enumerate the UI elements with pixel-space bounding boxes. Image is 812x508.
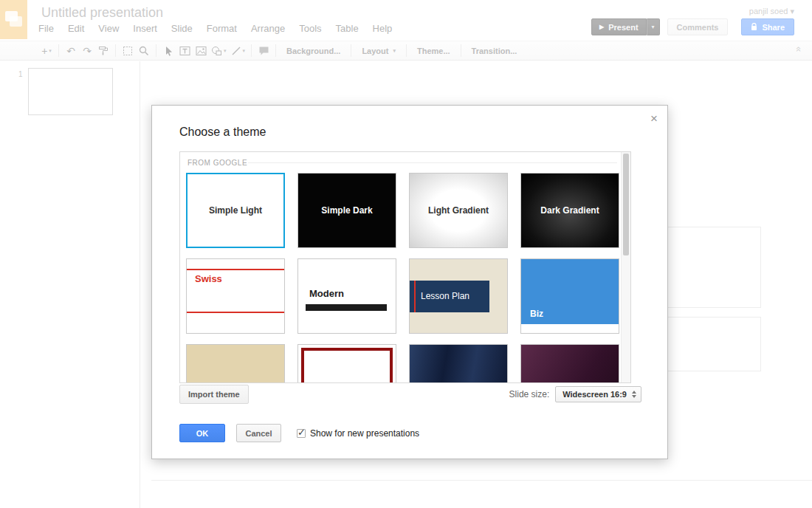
- show-for-new-presentations-option[interactable]: ✓ Show for new presentations: [297, 428, 419, 439]
- slide-size-select[interactable]: Widescreen 16:9: [555, 386, 641, 402]
- theme-card-modern[interactable]: Modern: [297, 258, 396, 334]
- theme-card-simple-dark[interactable]: Simple Dark: [297, 173, 396, 248]
- theme-card-light-gradient[interactable]: Light Gradient: [409, 173, 508, 248]
- cancel-button[interactable]: Cancel: [236, 424, 281, 442]
- swiss-accent-line: [187, 312, 284, 313]
- theme-card-lesson-plan[interactable]: Lesson Plan: [409, 258, 508, 334]
- theme-card-swiss[interactable]: Swiss: [186, 258, 285, 334]
- spinner-icon: [632, 391, 636, 398]
- theme-card-simple-light[interactable]: Simple Light: [186, 173, 285, 248]
- theme-card-partial-1[interactable]: [186, 344, 285, 383]
- lesson-plan-stripe: [414, 281, 416, 312]
- google-slides-app: Untitled presentation panjil soed ▾ File…: [0, 0, 812, 508]
- section-label: FROM GOOGLE: [187, 159, 247, 167]
- red-frame-border: [301, 348, 393, 383]
- checkbox-checked[interactable]: ✓: [297, 429, 306, 438]
- theme-card-dark-gradient[interactable]: Dark Gradient: [520, 173, 619, 248]
- close-icon[interactable]: ×: [650, 112, 658, 125]
- ok-button[interactable]: OK: [179, 424, 225, 442]
- theme-card-partial-2[interactable]: [297, 344, 396, 383]
- biz-bottom-band: [521, 324, 619, 333]
- section-divider: [248, 162, 617, 163]
- slide-size-control: Slide size: Widescreen 16:9: [509, 386, 641, 402]
- dialog-title: Choose a theme: [179, 126, 266, 139]
- gallery-scrollbar[interactable]: [621, 152, 630, 382]
- theme-card-partial-4[interactable]: [520, 344, 619, 383]
- scrollbar-thumb[interactable]: [623, 154, 629, 255]
- dialog-options-row: Import theme Slide size: Widescreen 16:9: [179, 385, 641, 404]
- choose-theme-dialog: × Choose a theme FROM GOOGLE Simple Ligh…: [151, 105, 668, 459]
- theme-card-partial-3[interactable]: [409, 344, 508, 383]
- checkbox-label: Show for new presentations: [310, 428, 419, 439]
- import-theme-button[interactable]: Import theme: [179, 385, 249, 404]
- slide-size-label: Slide size:: [509, 389, 550, 399]
- check-icon: ✓: [297, 427, 306, 438]
- theme-card-biz[interactable]: Biz: [520, 258, 619, 334]
- theme-grid: Simple Light Simple Dark Light Gradient …: [186, 173, 619, 383]
- modern-accent-bar: [306, 304, 387, 311]
- dialog-footer: OK Cancel ✓ Show for new presentations: [179, 424, 419, 442]
- theme-gallery: FROM GOOGLE Simple Light Simple Dark Lig…: [179, 151, 631, 383]
- swiss-accent-line: [187, 269, 284, 270]
